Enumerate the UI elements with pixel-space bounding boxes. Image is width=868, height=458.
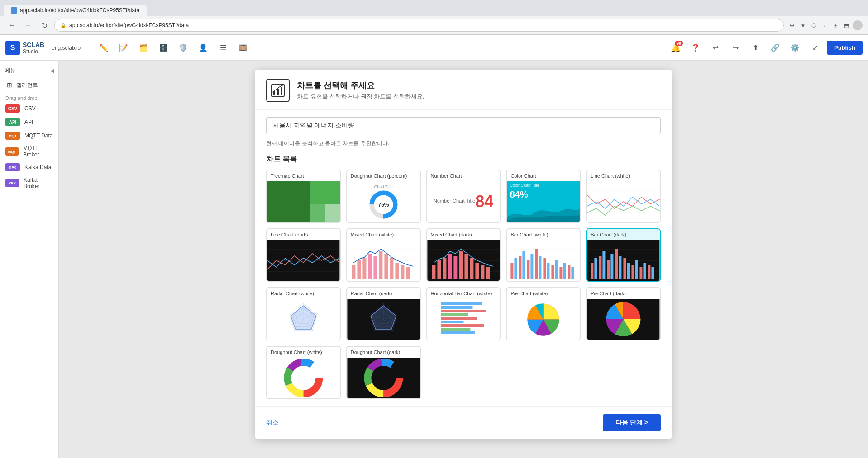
next-button[interactable]: 다음 단계 > [603, 414, 661, 431]
svg-rect-71 [599, 256, 602, 279]
sidebar-item-element[interactable]: ⊞ 엘리먼트 [0, 77, 58, 93]
edit-tool-8[interactable]: 🎞️ [235, 40, 251, 56]
redo-button[interactable]: ↪ [727, 40, 744, 56]
color-chart-title: Color Chart Title [507, 181, 580, 189]
chart-item-radar-white[interactable]: Radar Chart (white) [266, 287, 341, 340]
browser-tab[interactable]: app.sclab.io/editor/site/pwG4idxkFCsP95S… [4, 5, 147, 16]
undo-button[interactable]: ↩ [707, 40, 724, 56]
publish-button[interactable]: Publish [827, 41, 863, 55]
svg-rect-44 [486, 267, 490, 279]
chart-item-line-dark[interactable]: Line Chart (dark) [266, 228, 341, 282]
chart-item-radar-dark[interactable]: Radar Chart (dark) [346, 287, 421, 340]
ext-icon-4: ↓ [820, 21, 829, 30]
sidebar-item-api[interactable]: API API [0, 115, 58, 129]
sidebar: 메뉴 ◀ ⊞ 엘리먼트 Drag and drop CSV CSV API AP… [0, 61, 59, 458]
svg-rect-19 [352, 265, 355, 279]
chart-item-color[interactable]: Color Chart Color Chart Title 84% [506, 170, 581, 223]
chart-label-doughnut-white: Doughnut Chart (white) [267, 347, 340, 358]
chart-item-pie-white[interactable]: Pie Chart (white) [506, 287, 581, 340]
edit-tool-7[interactable]: ☰ [215, 40, 231, 56]
sidebar-item-csv[interactable]: CSV CSV [0, 102, 58, 115]
chart-label-bar-dark: Bar Chart (dark) [587, 229, 660, 240]
chart-item-doughnut-percent[interactable]: Doughnut Chart (percent) Chart Title 75% [346, 170, 421, 223]
settings-button[interactable]: ⚙️ [787, 40, 803, 56]
svg-rect-107 [441, 302, 482, 305]
cancel-button[interactable]: 취소 [266, 415, 279, 430]
edit-tool-6[interactable]: 👤 [195, 40, 211, 56]
chart-preview-radar-dark [347, 299, 420, 340]
color-chart-value: 84% [507, 189, 580, 200]
svg-rect-43 [481, 265, 484, 279]
svg-rect-72 [603, 251, 606, 279]
chart-preview-doughnut-percent: Chart Title 75% [347, 181, 420, 222]
edit-tool-2[interactable]: 📝 [115, 40, 132, 56]
chart-preview-radar-white [267, 299, 340, 340]
chart-preview-pie-dark [587, 299, 660, 340]
chart-item-hbar-white[interactable]: Horizontal Bar Chart (white) [426, 287, 501, 340]
ext-icon-1: ⊕ [787, 21, 796, 30]
help-button[interactable]: ❓ [687, 40, 704, 56]
svg-rect-36 [443, 258, 446, 279]
logo: S SCLAB Studio [5, 41, 44, 55]
svg-rect-54 [531, 254, 534, 279]
section-title: 차트 목록 [266, 155, 661, 164]
svg-rect-50 [515, 258, 517, 279]
share-button[interactable]: ⬆ [747, 40, 763, 56]
chart-item-doughnut-white[interactable]: Doughnut Chart (white) [266, 346, 341, 399]
chart-item-line-white[interactable]: Line Chart (white) [586, 170, 661, 223]
sidebar-item-kafka-broker[interactable]: KFK Kafka Broker [0, 174, 58, 192]
svg-rect-21 [362, 258, 366, 279]
modal-title: 차트를 선택해 주세요 [297, 80, 424, 91]
svg-rect-38 [453, 256, 457, 279]
chart-item-mixed-dark[interactable]: Mixed Chart (dark) [426, 228, 501, 282]
svg-rect-113 [441, 324, 484, 327]
edit-tool-5[interactable]: 🛡️ [175, 40, 191, 56]
notification-button[interactable]: 🔔 99 [668, 40, 684, 56]
chart-label-mixed-dark: Mixed Chart (dark) [427, 229, 500, 240]
notification-badge: 99 [675, 41, 683, 46]
forward-button[interactable]: → [22, 19, 34, 32]
svg-rect-78 [627, 263, 630, 279]
mixed-dark-svg [427, 240, 500, 281]
sidebar-item-kafka-data[interactable]: KFK Kafka Data [0, 161, 58, 174]
chart-item-bar-white[interactable]: Bar Chart (white) [506, 228, 581, 282]
edit-tool-1[interactable]: ✏️ [95, 40, 112, 56]
link-button[interactable]: 🔗 [767, 40, 783, 56]
sidebar-item-mqtt-data[interactable]: MQT MQTT Data [0, 129, 58, 142]
edit-tool-3[interactable]: 🗂️ [135, 40, 152, 56]
url-text: app.sclab.io/editor/site/pwG4idxkFCsP95S… [69, 22, 189, 28]
logo-text-block: SCLAB Studio [23, 41, 44, 55]
content-area: 차트를 선택해 주세요 차트 유형을 선택하거나 권장 차트를 선택하세요. 현… [59, 61, 868, 458]
address-bar[interactable]: 🔒 app.sclab.io/editor/site/pwG4idxkFCsP9… [54, 19, 784, 32]
chart-item-number[interactable]: Number Chart Number Chart Title 84 [426, 170, 501, 223]
modal-footer: 취소 다음 단계 > [255, 406, 672, 439]
fullscreen-button[interactable]: ⤢ [807, 40, 823, 56]
back-button[interactable]: ← [5, 19, 18, 32]
logo-sub: Studio [23, 48, 44, 55]
svg-rect-112 [441, 321, 463, 323]
api-badge: API [5, 118, 20, 126]
chart-preview-color: Color Chart Title 84% [507, 181, 580, 222]
svg-point-132 [374, 369, 392, 387]
chart-label-doughnut-dark: Doughnut Chart (dark) [347, 347, 420, 358]
chart-item-doughnut-dark[interactable]: Doughnut Chart (dark) [346, 346, 421, 399]
chart-label-line-white: Line Chart (white) [587, 170, 660, 181]
svg-rect-2 [277, 89, 279, 95]
edit-tool-4[interactable]: 🗄️ [155, 40, 172, 56]
sidebar-toggle[interactable]: ◀ [50, 68, 54, 73]
chart-item-mixed-white[interactable]: Mixed Chart (white) [346, 228, 421, 282]
chart-item-bar-dark[interactable]: Bar Chart (dark) [586, 228, 661, 282]
mqtt-broker-badge: MQT [5, 147, 19, 156]
sidebar-item-mqtt-broker[interactable]: MQT MQTT Broker [0, 142, 58, 161]
kafka-broker-label: Kafka Broker [24, 177, 53, 189]
svg-rect-37 [448, 254, 452, 279]
chart-item-pie-dark[interactable]: Pie Chart (dark) [586, 287, 661, 340]
search-input[interactable] [266, 117, 661, 134]
reload-button[interactable]: ↻ [38, 19, 51, 32]
svg-rect-20 [357, 260, 361, 279]
chart-item-treemap[interactable]: Treemap Chart [266, 170, 341, 223]
svg-rect-63 [568, 265, 571, 279]
csv-badge: CSV [5, 104, 20, 113]
ext-icon-6: ⬒ [842, 21, 851, 30]
svg-rect-26 [390, 258, 393, 279]
